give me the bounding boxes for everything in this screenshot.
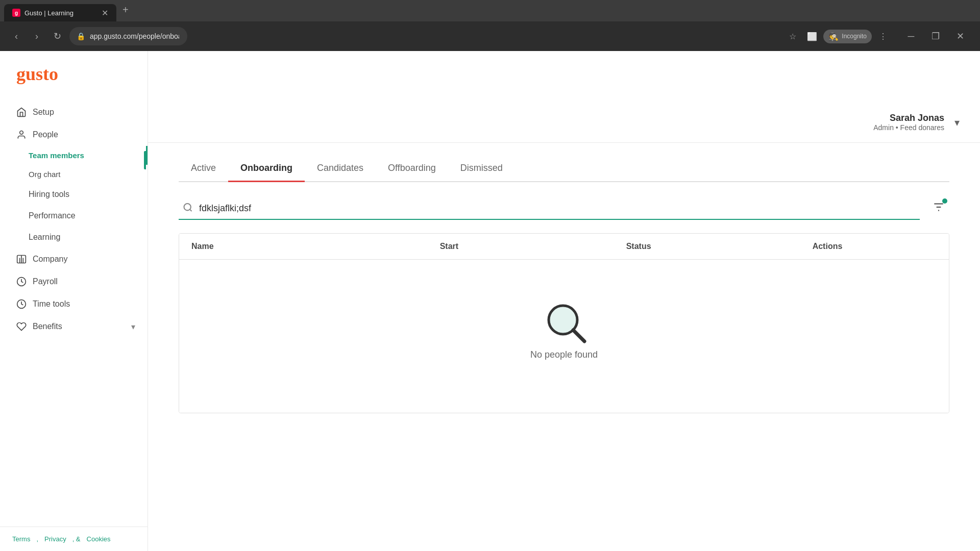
address-bar[interactable] <box>69 27 187 45</box>
svg-point-0 <box>20 131 23 135</box>
app-container: gusto Setup People Team members Org char… <box>0 51 980 551</box>
tab-title: Gusto | Learning <box>24 9 74 17</box>
address-icon: 🔒 <box>77 32 85 40</box>
incognito-badge: 🕵 Incognito <box>823 30 872 43</box>
search-icon <box>183 203 193 215</box>
window-close-button[interactable]: ✕ <box>948 28 972 44</box>
search-wrapper <box>179 198 920 220</box>
browser-controls: ‹ › ↻ 🔒 ☆ ⬜ 🕵 Incognito ⋮ ─ ❐ ✕ <box>0 21 980 51</box>
table-header-name: Name <box>191 242 440 251</box>
filter-button[interactable] <box>928 196 949 221</box>
incognito-icon: 🕵 <box>828 32 839 41</box>
logo-text: gusto <box>16 64 58 84</box>
svg-line-5 <box>190 209 192 211</box>
table-container: Name Start Status Actions No <box>179 233 949 413</box>
main-area: Sarah Jonas Admin • Feed donares ▾ Team … <box>148 51 980 551</box>
sidebar-item-time-tools[interactable]: Time tools <box>0 293 148 315</box>
footer-separator1: , <box>36 535 38 543</box>
browser-tab[interactable]: g Gusto | Learning ✕ <box>4 4 116 21</box>
sidebar-logo: gusto <box>0 63 148 101</box>
sidebar-item-company[interactable]: Company <box>0 248 148 270</box>
app-header: Sarah Jonas Admin • Feed donares ▾ <box>148 102 980 143</box>
star-button[interactable]: ☆ <box>785 28 801 44</box>
menu-button[interactable]: ⋮ <box>875 28 891 44</box>
user-info[interactable]: Sarah Jonas Admin • Feed donares ▾ <box>873 113 960 132</box>
tab-active[interactable]: Active <box>179 156 228 182</box>
svg-point-4 <box>184 204 191 210</box>
sidebar-nav: Setup People Team members Org chart Hiri… <box>0 101 148 527</box>
sidebar-item-setup[interactable]: Setup <box>0 101 148 123</box>
empty-state-text: No people found <box>530 349 598 360</box>
people-icon <box>16 130 27 140</box>
magnifier-illustration <box>544 300 584 341</box>
sidebar-item-team-members-label: Team members <box>29 151 84 160</box>
sidebar-item-learning-label: Learning <box>29 233 60 242</box>
tab-onboarding[interactable]: Onboarding <box>228 156 305 182</box>
terms-link[interactable]: Terms <box>12 535 30 543</box>
user-details: Sarah Jonas Admin • Feed donares <box>873 113 944 132</box>
forward-button[interactable]: › <box>29 28 45 44</box>
tab-close-button[interactable]: ✕ <box>102 8 108 18</box>
footer-and: , & <box>72 535 81 543</box>
sidebar-item-company-label: Company <box>33 255 67 264</box>
browser-tabs: g Gusto | Learning ✕ + <box>0 0 980 21</box>
search-row <box>179 196 949 221</box>
tabs-container: Active Onboarding Candidates Offboarding… <box>179 156 949 182</box>
sidebar-item-hiring-tools[interactable]: Hiring tools <box>0 184 148 205</box>
sidebar: gusto Setup People Team members Org char… <box>0 51 148 551</box>
empty-state: No people found <box>179 260 949 381</box>
sidebar-item-hiring-tools-label: Hiring tools <box>29 190 69 199</box>
maximize-button[interactable]: ❐ <box>924 28 947 44</box>
sidebar-item-people-label: People <box>33 130 58 139</box>
window-controls: ─ ❐ ✕ <box>899 28 972 44</box>
table-header: Name Start Status Actions <box>179 234 949 260</box>
time-icon <box>16 299 27 309</box>
user-name: Sarah Jonas <box>873 113 944 123</box>
filter-icon <box>932 204 945 216</box>
sidebar-item-learning[interactable]: Learning <box>0 227 148 248</box>
benefits-chevron-icon: ▾ <box>131 322 135 332</box>
tab-offboarding[interactable]: Offboarding <box>376 156 448 182</box>
company-icon <box>16 254 27 264</box>
address-bar-wrapper: 🔒 <box>69 27 780 45</box>
main-content: Team members Add a team member Active On… <box>148 92 980 551</box>
sidebar-footer: Terms , Privacy , & Cookies <box>0 527 148 551</box>
sidebar-item-performance[interactable]: Performance <box>0 205 148 227</box>
filter-active-dot <box>942 198 947 204</box>
sidebar-item-people[interactable]: People <box>0 123 148 146</box>
back-button[interactable]: ‹ <box>8 28 24 44</box>
sidebar-item-performance-label: Performance <box>29 211 76 220</box>
sidebar-item-team-members[interactable]: Team members <box>0 146 148 165</box>
active-indicator <box>144 151 146 169</box>
privacy-link[interactable]: Privacy <box>44 535 66 543</box>
new-tab-button[interactable]: + <box>118 2 133 18</box>
sidebar-item-payroll-label: Payroll <box>33 277 58 286</box>
table-header-start: Start <box>440 242 626 251</box>
svg-line-10 <box>573 330 584 341</box>
minimize-button[interactable]: ─ <box>899 28 923 44</box>
sidebar-item-setup-label: Setup <box>33 108 54 117</box>
sidebar-item-org-chart-label: Org chart <box>29 170 61 179</box>
payroll-icon <box>16 277 27 287</box>
cast-button[interactable]: ⬜ <box>804 28 820 44</box>
sidebar-item-time-tools-label: Time tools <box>33 299 70 309</box>
tab-dismissed[interactable]: Dismissed <box>448 156 515 182</box>
browser-actions: ☆ ⬜ 🕵 Incognito ⋮ <box>785 28 891 44</box>
user-role: Admin • Feed donares <box>873 123 944 132</box>
sidebar-item-benefits[interactable]: Benefits ▾ <box>0 315 148 338</box>
table-body: No people found <box>179 260 949 413</box>
search-input[interactable] <box>179 198 920 220</box>
sidebar-item-org-chart[interactable]: Org chart <box>0 165 148 184</box>
home-icon <box>16 107 27 117</box>
tab-favicon: g <box>12 9 20 17</box>
sidebar-item-benefits-label: Benefits <box>33 322 62 331</box>
user-chevron-icon[interactable]: ▾ <box>954 116 960 129</box>
table-header-status: Status <box>626 242 813 251</box>
table-header-actions: Actions <box>813 242 937 251</box>
incognito-label: Incognito <box>842 33 867 40</box>
refresh-button[interactable]: ↻ <box>49 28 65 44</box>
cookies-link[interactable]: Cookies <box>87 535 111 543</box>
sidebar-item-payroll[interactable]: Payroll <box>0 270 148 293</box>
benefits-icon <box>16 321 27 332</box>
tab-candidates[interactable]: Candidates <box>305 156 376 182</box>
